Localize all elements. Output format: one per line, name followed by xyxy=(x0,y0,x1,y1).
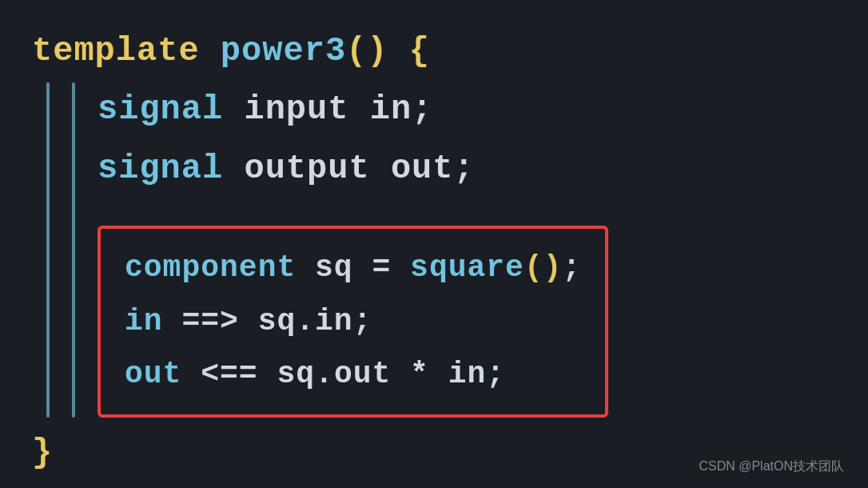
paren-square: () xyxy=(524,243,563,294)
code-block: template power3 ( ) { signal input in ; xyxy=(32,24,836,448)
lines-content: signal input in ; signal output out ; xyxy=(98,82,608,418)
ref-in: in xyxy=(448,350,487,400)
eq-sign: = xyxy=(372,243,391,294)
op-multiply: * xyxy=(410,350,429,400)
var-in: in xyxy=(125,297,163,347)
code-container: template power3 ( ) { signal input in ; xyxy=(0,0,868,488)
semi-3: ; xyxy=(563,243,582,294)
paren-open: ( xyxy=(346,24,367,79)
line-3: signal output out ; xyxy=(98,142,608,197)
op-arrow-right: ==> xyxy=(181,297,238,347)
keyword-component: component xyxy=(125,243,296,294)
space-10 xyxy=(163,297,182,347)
space-14 xyxy=(391,350,410,400)
var-out: out xyxy=(125,350,181,400)
space-11 xyxy=(239,297,258,347)
line-4: component sq = square () ; xyxy=(125,243,581,294)
semi-4: ; xyxy=(353,297,372,347)
line-5: in ==> sq.in ; xyxy=(125,297,581,347)
space-2 xyxy=(388,24,409,79)
type-input: input xyxy=(244,82,348,138)
type-output: output xyxy=(244,142,369,197)
vbar-inner xyxy=(72,82,75,418)
semi-1: ; xyxy=(412,82,432,138)
space-4 xyxy=(348,82,369,138)
indented-section: signal input in ; signal output out ; xyxy=(46,82,836,418)
space-5 xyxy=(223,142,244,197)
semi-2: ; xyxy=(454,142,475,197)
keyword-signal-1: signal xyxy=(98,82,223,138)
func-square: square xyxy=(410,243,524,294)
semi-5: ; xyxy=(486,350,505,400)
func-name-power3: power3 xyxy=(221,24,346,79)
paren-close: ) xyxy=(367,24,388,79)
line-2: signal input in ; xyxy=(98,82,608,138)
ref-sq-out: sq.out xyxy=(277,350,391,400)
keyword-template: template xyxy=(32,24,200,79)
space-8 xyxy=(353,243,372,294)
ref-sq-in: sq.in xyxy=(258,297,353,347)
brace-open: { xyxy=(409,24,430,79)
space-15 xyxy=(429,350,448,400)
space-12 xyxy=(181,350,201,400)
name-out: out xyxy=(391,142,454,197)
space-9 xyxy=(391,243,410,294)
watermark: CSDN @PlatON技术团队 xyxy=(699,458,844,475)
space-7 xyxy=(296,243,315,294)
keyword-signal-2: signal xyxy=(98,142,223,197)
space-13 xyxy=(258,350,277,400)
brace-close: } xyxy=(32,426,53,481)
space-6 xyxy=(370,142,391,197)
space-1 xyxy=(200,24,221,79)
line-1: template power3 ( ) { xyxy=(32,24,836,79)
var-sq: sq xyxy=(315,243,353,294)
highlight-box: component sq = square () ; in xyxy=(98,226,608,418)
name-in: in xyxy=(370,82,412,138)
space-3 xyxy=(223,82,244,138)
vbar-outer xyxy=(46,82,50,418)
op-arrow-left: <== xyxy=(201,350,257,400)
line-6: out <== sq.out * in ; xyxy=(125,350,581,400)
